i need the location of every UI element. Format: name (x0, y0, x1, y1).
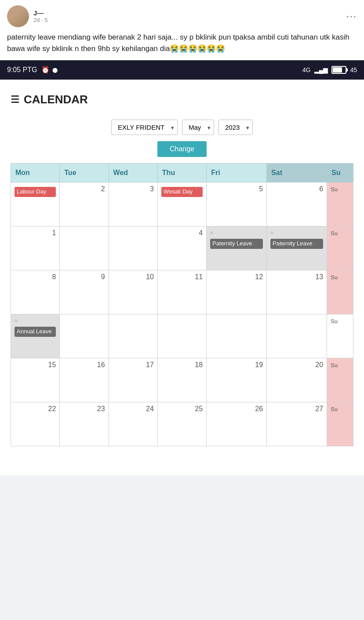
cell-tue-w5: 16 (60, 358, 109, 402)
calendar-title-text: CALENDAR (24, 93, 88, 106)
sun-label-w3: Su (331, 274, 338, 281)
status-time: 9:05 PTG (7, 66, 37, 74)
username: J— (33, 9, 48, 17)
cell-sun-w5: Su (327, 358, 353, 402)
paternity-leave-sat: Paternity Leave (270, 239, 323, 249)
day-2: 2 (63, 185, 105, 193)
cell-fri-w2: Paternity Leave (207, 226, 267, 270)
table-row: 1 4 Paternity Leave Paternity Leave Su (11, 226, 353, 270)
status-bar: 9:05 PTG ⏰ ⬤ 4G ▂▄▆ 45 (0, 60, 364, 80)
signal-icon: ▂▄▆ (314, 66, 328, 73)
cell-sat-w3: 13 (267, 270, 327, 314)
cell-mon-w4: Annual Leave (11, 314, 60, 358)
alarm-icon: ⏰ (41, 66, 50, 74)
day-20: 20 (270, 361, 323, 369)
cell-thu-w4 (157, 314, 206, 358)
paternity-dot-sat (270, 231, 273, 234)
month-select[interactable]: May (182, 120, 214, 135)
day-24: 24 (113, 405, 154, 413)
day-17: 17 (113, 361, 154, 369)
day-6: 6 (270, 185, 323, 193)
day-22: 22 (15, 405, 56, 413)
cell-thu-w2: 4 (157, 226, 206, 270)
day-4: 4 (161, 229, 203, 237)
day-13: 13 (270, 273, 323, 281)
cell-mon-w2: 1 (11, 226, 60, 270)
cell-sun-w2: Su (327, 226, 353, 270)
wesak-day-event: Wesak Day (161, 187, 203, 197)
more-options-button[interactable]: ··· (346, 11, 357, 22)
day-5: 5 (210, 185, 263, 193)
calendar-menu-icon: ☰ (11, 94, 19, 106)
sun-label-w4: Su (331, 318, 338, 325)
cell-mon-w6: 22 (11, 402, 60, 446)
cell-thu-w5: 18 (157, 358, 206, 402)
sun-label-w1: Su (331, 186, 338, 193)
cell-fri-w6: 26 (207, 402, 267, 446)
cell-tue-w2 (60, 226, 109, 270)
calendar-table: Mon Tue Wed Thu Fri Sat Su Labour Day 2 … (11, 163, 353, 446)
cell-fri-w3: 12 (207, 270, 267, 314)
avatar (7, 5, 29, 27)
cell-mon-w1: Labour Day (11, 182, 60, 226)
cell-sun-w6: Su (327, 402, 353, 446)
month-select-wrapper[interactable]: May (182, 120, 214, 135)
cell-sat-w1: 6 (267, 182, 327, 226)
network-label: 4G (302, 66, 311, 73)
cell-sun-w1: Su (327, 182, 353, 226)
battery-icon (331, 66, 346, 74)
cell-sat-w6: 27 (267, 402, 327, 446)
header-mon: Mon (11, 164, 60, 182)
table-row: Labour Day 2 3 Wesak Day 5 6 Su (11, 182, 353, 226)
table-row: 22 23 24 25 26 27 Su (11, 402, 353, 446)
header-sun: Su (327, 164, 353, 182)
cell-sat-w5: 20 (267, 358, 327, 402)
day-27: 27 (270, 405, 323, 413)
cell-thu-w3: 11 (157, 270, 206, 314)
labour-day-event: Labour Day (15, 187, 56, 197)
day-25: 25 (161, 405, 203, 413)
cell-fri-w4 (207, 314, 267, 358)
cell-wed-w6: 24 (109, 402, 157, 446)
dot-icon: ⬤ (52, 67, 58, 73)
day-3: 3 (113, 185, 154, 193)
day-11: 11 (161, 273, 203, 281)
status-right: 4G ▂▄▆ 45 (302, 66, 357, 74)
cell-thu-w1: Wesak Day (157, 182, 206, 226)
cell-tue-w4 (60, 314, 109, 358)
sun-label-w5: Su (331, 362, 338, 368)
post-body: paternity leave mendiang wife beranak 2 … (0, 27, 364, 60)
annual-leave-event: Annual Leave (15, 327, 56, 337)
day-26: 26 (210, 405, 263, 413)
table-row: 8 9 10 11 12 13 Su (11, 270, 353, 314)
sun-label-w6: Su (331, 406, 338, 412)
change-button[interactable]: Change (157, 141, 207, 157)
day-19: 19 (210, 361, 263, 369)
cell-mon-w5: 15 (11, 358, 60, 402)
company-select-wrapper[interactable]: EXLY FRIDENT (111, 120, 178, 135)
header-fri: Fri (207, 164, 267, 182)
paternity-leave-fri: Paternity Leave (210, 239, 263, 249)
status-icons: ⏰ ⬤ (41, 66, 58, 74)
year-select[interactable]: 2023 (218, 120, 253, 135)
day-16: 16 (63, 361, 105, 369)
header-thu: Thu (157, 164, 206, 182)
cell-wed-w2 (109, 226, 157, 270)
table-row: Annual Leave Su (11, 314, 353, 358)
cell-tue-w6: 23 (60, 402, 109, 446)
day-15: 15 (15, 361, 56, 369)
header-tue: Tue (60, 164, 109, 182)
user-info: J— 2d · 5 (33, 9, 48, 23)
cell-sat-w2: Paternity Leave (267, 226, 327, 270)
company-select[interactable]: EXLY FRIDENT (111, 120, 178, 135)
day-1: 1 (15, 229, 56, 237)
cell-wed-w5: 17 (109, 358, 157, 402)
post-header: J— 2d · 5 ··· (0, 0, 364, 27)
year-select-wrapper[interactable]: 2023 (218, 120, 253, 135)
cell-sat-w4 (267, 314, 327, 358)
filter-row: EXLY FRIDENT May 2023 (11, 120, 353, 135)
battery-label: 45 (350, 66, 357, 73)
cell-mon-w3: 8 (11, 270, 60, 314)
calendar-app: ☰ CALENDAR EXLY FRIDENT May 2023 Change (0, 80, 364, 475)
day-10: 10 (113, 273, 154, 281)
